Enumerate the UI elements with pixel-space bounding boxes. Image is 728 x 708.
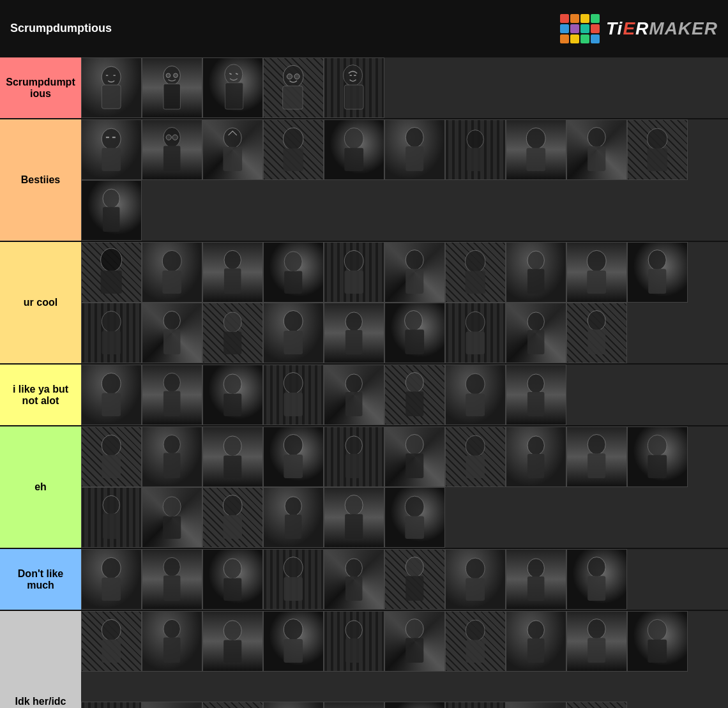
- manga-card[interactable]: [81, 702, 142, 709]
- manga-card[interactable]: [566, 702, 627, 709]
- manga-card[interactable]: [566, 119, 627, 180]
- manga-card[interactable]: [324, 119, 384, 180]
- svg-point-74: [345, 312, 362, 331]
- manga-card[interactable]: [263, 119, 324, 180]
- logo-grid: [560, 14, 600, 43]
- svg-point-86: [163, 373, 180, 393]
- manga-card[interactable]: [324, 702, 384, 709]
- manga-card[interactable]: [324, 303, 384, 363]
- manga-card[interactable]: [263, 57, 324, 118]
- logo-cell-3: [580, 14, 589, 23]
- manga-card[interactable]: [384, 702, 445, 709]
- manga-card[interactable]: [445, 702, 506, 709]
- manga-card[interactable]: [627, 119, 688, 180]
- manga-card[interactable]: [506, 119, 566, 180]
- manga-card[interactable]: [142, 242, 202, 303]
- manga-card[interactable]: [627, 611, 688, 672]
- manga-card[interactable]: [202, 487, 263, 548]
- manga-card[interactable]: [263, 303, 324, 363]
- manga-card[interactable]: [566, 611, 627, 672]
- svg-point-118: [648, 435, 667, 456]
- manga-card[interactable]: [202, 702, 263, 709]
- manga-card[interactable]: [81, 365, 142, 425]
- manga-card[interactable]: [566, 426, 627, 487]
- manga-card[interactable]: [202, 365, 263, 425]
- manga-card[interactable]: [263, 702, 324, 709]
- manga-card[interactable]: [202, 426, 263, 487]
- manga-card[interactable]: [384, 426, 445, 487]
- manga-card[interactable]: [81, 119, 142, 180]
- manga-card[interactable]: [506, 702, 566, 709]
- manga-card[interactable]: [384, 303, 445, 363]
- manga-card[interactable]: [506, 242, 566, 303]
- manga-card[interactable]: [142, 487, 202, 548]
- manga-card[interactable]: [566, 242, 627, 303]
- manga-card[interactable]: [263, 365, 324, 425]
- manga-card[interactable]: [445, 242, 506, 303]
- manga-card[interactable]: [81, 57, 142, 118]
- manga-card[interactable]: [263, 549, 324, 610]
- manga-card[interactable]: [324, 365, 384, 425]
- manga-card[interactable]: [324, 426, 384, 487]
- manga-card[interactable]: [384, 242, 445, 303]
- manga-card[interactable]: [81, 549, 142, 610]
- manga-card[interactable]: [384, 487, 445, 548]
- svg-rect-163: [466, 640, 485, 663]
- manga-card[interactable]: [263, 426, 324, 487]
- manga-card[interactable]: [324, 611, 384, 672]
- manga-card[interactable]: [506, 549, 566, 610]
- manga-card[interactable]: [445, 549, 506, 610]
- manga-card[interactable]: [445, 119, 506, 180]
- manga-card[interactable]: [445, 426, 506, 487]
- manga-card[interactable]: [384, 611, 445, 672]
- svg-point-100: [102, 435, 121, 456]
- manga-card[interactable]: [384, 119, 445, 180]
- manga-card[interactable]: [202, 57, 263, 118]
- manga-card[interactable]: [142, 119, 202, 180]
- manga-card[interactable]: [324, 57, 384, 118]
- manga-card[interactable]: [81, 242, 142, 303]
- manga-card[interactable]: [263, 242, 324, 303]
- manga-card[interactable]: [81, 487, 142, 548]
- manga-card[interactable]: [142, 702, 202, 709]
- manga-card[interactable]: [142, 426, 202, 487]
- manga-card[interactable]: [202, 303, 263, 363]
- manga-card[interactable]: [202, 242, 263, 303]
- manga-card[interactable]: [263, 487, 324, 548]
- manga-card[interactable]: [506, 303, 566, 363]
- manga-card[interactable]: [566, 549, 627, 610]
- svg-rect-49: [163, 271, 182, 294]
- manga-card[interactable]: [627, 242, 688, 303]
- manga-card[interactable]: [142, 365, 202, 425]
- manga-card[interactable]: [202, 611, 263, 672]
- manga-card[interactable]: [324, 549, 384, 610]
- manga-card[interactable]: [202, 549, 263, 610]
- manga-card[interactable]: [445, 365, 506, 425]
- manga-card[interactable]: [142, 57, 202, 118]
- manga-card[interactable]: [202, 119, 263, 180]
- manga-card[interactable]: [142, 303, 202, 363]
- manga-card[interactable]: [324, 242, 384, 303]
- manga-card[interactable]: [324, 487, 384, 548]
- manga-card[interactable]: [81, 611, 142, 672]
- manga-card[interactable]: [142, 611, 202, 672]
- manga-card[interactable]: [566, 303, 627, 363]
- manga-card[interactable]: [384, 549, 445, 610]
- svg-rect-141: [345, 576, 362, 601]
- manga-card[interactable]: [142, 549, 202, 610]
- manga-card[interactable]: [506, 365, 566, 425]
- manga-card[interactable]: [81, 303, 142, 363]
- manga-card[interactable]: [506, 611, 566, 672]
- svg-point-142: [406, 557, 423, 577]
- manga-card[interactable]: [81, 426, 142, 487]
- manga-card[interactable]: [445, 611, 506, 672]
- logo-cell-1: [560, 14, 569, 23]
- manga-card[interactable]: [627, 426, 688, 487]
- svg-point-110: [406, 435, 423, 455]
- manga-card[interactable]: [506, 426, 566, 487]
- manga-card[interactable]: [263, 611, 324, 672]
- manga-card[interactable]: [81, 180, 142, 241]
- manga-card[interactable]: [445, 303, 506, 363]
- manga-card[interactable]: [384, 365, 445, 425]
- svg-rect-99: [527, 392, 544, 416]
